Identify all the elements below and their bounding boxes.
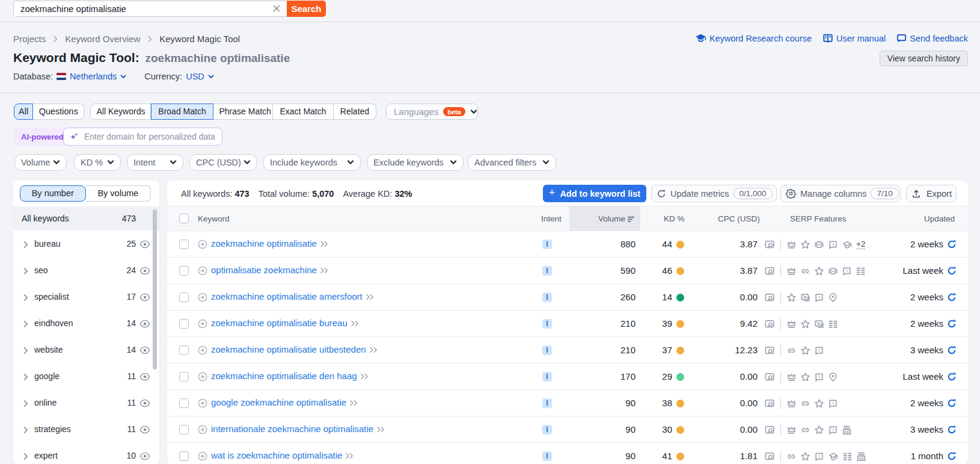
svg-text:?: ? (818, 374, 821, 379)
svg-text:?: ? (845, 268, 848, 273)
svg-text:?: ? (818, 294, 821, 300)
svg-text:?: ? (831, 400, 835, 406)
svg-text:AD: AD (844, 429, 850, 433)
svg-text:AD: AD (859, 456, 864, 460)
svg-text:?: ? (818, 453, 821, 459)
svg-text:?: ? (831, 241, 835, 247)
svg-text:?: ? (818, 347, 821, 353)
svg-text:?: ? (831, 427, 835, 432)
